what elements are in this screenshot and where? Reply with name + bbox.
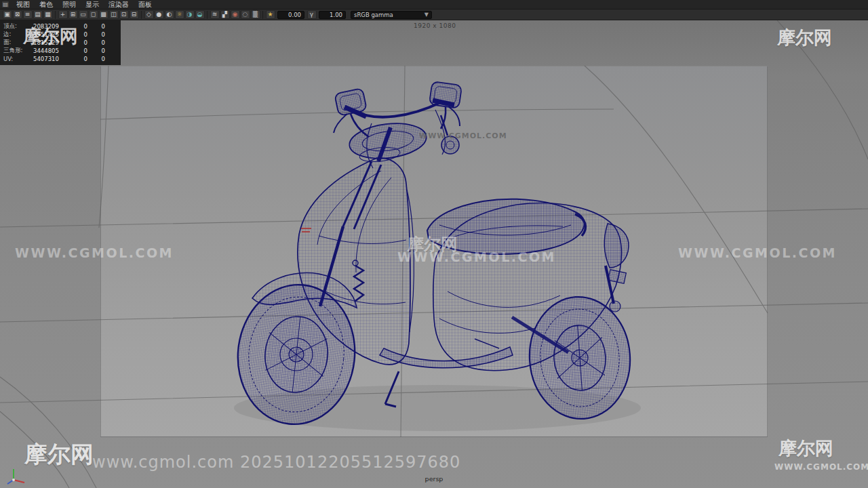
stat-total: 2083209 — [33, 23, 70, 30]
toolbar-separator — [141, 11, 142, 19]
stat-total: 5407310 — [33, 56, 70, 62]
depth-of-field-icon[interactable]: ◉ — [231, 10, 240, 19]
hud-stat-row: 面: 1815229 0 0 — [3, 39, 118, 47]
axis-gizmo — [4, 464, 28, 485]
shaded-icon[interactable]: ● — [155, 10, 164, 19]
lights-icon[interactable]: ☼ — [175, 10, 184, 19]
film-gate-icon[interactable]: ▭ — [79, 10, 88, 19]
resolution-gate-icon[interactable]: ◻ — [89, 10, 98, 19]
isolate-select-icon[interactable]: ◌ — [241, 10, 250, 19]
stat-total: 3951425 — [33, 31, 70, 38]
gate-mask-icon[interactable]: ▩ — [99, 10, 108, 19]
stat-component: 0 — [87, 56, 105, 62]
hud-stat-row: 顶点: 2083209 0 0 — [3, 22, 118, 30]
menu-view[interactable]: 视图 — [12, 0, 35, 9]
stat-component: 0 — [87, 23, 105, 30]
exposure-icon[interactable]: ★ — [266, 10, 275, 19]
menu-show[interactable]: 显示 — [81, 0, 104, 9]
field-chart-icon[interactable]: ◫ — [109, 10, 119, 19]
stat-selected: 0 — [70, 31, 87, 38]
stat-label: 三角形: — [3, 47, 33, 55]
safe-action-icon[interactable]: ⊡ — [119, 10, 129, 19]
stat-label: 面: — [3, 39, 33, 47]
exposure-field[interactable]: 0.00 — [277, 11, 304, 19]
panel-toolbar: ▣ ⊠ ≡ ▤ ▦ + ⊞ ▭ ◻ ▩ ◫ ⊡ ⊟ ◇ ● ◐ ☼ ◑ ◒ ≋ … — [0, 9, 868, 20]
shadows-icon[interactable]: ◑ — [185, 10, 195, 19]
camera-name-label: persp — [407, 475, 461, 483]
lock-camera-icon[interactable]: ⊠ — [13, 10, 22, 19]
panel-menubar: ▤ 视图 着色 照明 显示 渲染器 面板 — [0, 0, 868, 9]
colorspace-dropdown[interactable]: sRGB gamma ▼ — [351, 11, 432, 19]
panel-menu-icon[interactable]: ▤ — [1, 1, 9, 8]
stat-component: 0 — [87, 39, 105, 46]
xray-icon[interactable]: ▒ — [251, 10, 260, 19]
stat-selected: 0 — [70, 56, 87, 62]
hud-stat-row: 边: 3951425 0 0 — [3, 30, 118, 39]
menu-lighting[interactable]: 照明 — [58, 0, 81, 9]
pan-zoom-icon[interactable]: + — [58, 10, 68, 19]
stat-total: 3444805 — [33, 47, 70, 54]
bookmarks-icon[interactable]: ▤ — [33, 10, 43, 19]
stat-total: 1815229 — [33, 39, 70, 46]
hud-stat-row: 三角形: 3444805 0 0 — [3, 47, 118, 55]
resolution-gate-label: 1920 x 1080 — [414, 22, 456, 29]
motion-blur-icon[interactable]: ≋ — [210, 10, 220, 19]
render-view-region[interactable] — [100, 66, 768, 437]
gamma-icon[interactable]: γ — [307, 10, 317, 19]
stat-selected: 0 — [70, 39, 87, 46]
hud-stat-row: UV: 5407310 0 0 — [3, 55, 118, 63]
textured-icon[interactable]: ◐ — [165, 10, 174, 19]
toolbar-separator — [262, 11, 263, 19]
gamma-field[interactable]: 1.00 — [319, 11, 346, 19]
toolbar-separator — [207, 11, 208, 19]
menu-shading[interactable]: 着色 — [35, 0, 58, 9]
select-camera-icon[interactable]: ▣ — [3, 10, 12, 19]
stat-selected: 0 — [70, 47, 87, 54]
stat-label: 顶点: — [3, 22, 33, 30]
colorspace-value: sRGB gamma — [354, 12, 393, 18]
camera-attributes-icon[interactable]: ≡ — [23, 10, 33, 19]
poly-count-hud: 顶点: 2083209 0 0 边: 3951425 0 0 面: 181522… — [0, 20, 121, 65]
anti-aliasing-icon[interactable]: ▞ — [220, 10, 230, 19]
menu-renderer[interactable]: 渲染器 — [104, 0, 134, 9]
toolbar-separator — [55, 11, 56, 19]
ambient-occlusion-icon[interactable]: ◒ — [195, 10, 205, 19]
stat-label: UV: — [3, 56, 33, 62]
grid-icon[interactable]: ⊞ — [68, 10, 78, 19]
wireframe-icon[interactable]: ◇ — [144, 10, 154, 19]
chevron-down-icon: ▼ — [425, 12, 429, 18]
safe-title-icon[interactable]: ⊟ — [130, 10, 139, 19]
viewport-canvas[interactable] — [0, 20, 868, 488]
stat-selected: 0 — [70, 23, 87, 30]
maya-viewport-window: ▤ 视图 着色 照明 显示 渲染器 面板 ▣ ⊠ ≡ ▤ ▦ + ⊞ ▭ ◻ ▩… — [0, 0, 868, 488]
menu-panels[interactable]: 面板 — [134, 0, 157, 9]
stat-component: 0 — [87, 31, 105, 38]
image-plane-icon[interactable]: ▦ — [43, 10, 53, 19]
stat-label: 边: — [3, 30, 33, 39]
stat-component: 0 — [87, 47, 105, 54]
